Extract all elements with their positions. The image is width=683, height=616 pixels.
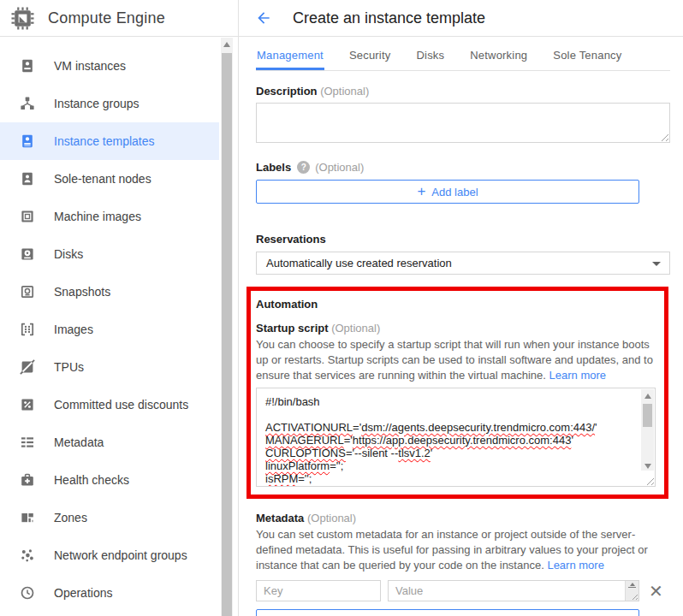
sidebar-item-network-endpoint-groups[interactable]: Network endpoint groups: [0, 536, 219, 574]
committed-use-discounts-icon: [20, 397, 35, 412]
script-scrollbar[interactable]: [641, 389, 654, 471]
add-item-button[interactable]: + Add item: [256, 609, 639, 616]
description-field-wrap: [256, 103, 670, 143]
startup-script-label-text: Startup script: [256, 322, 329, 335]
sidebar-item-disks[interactable]: Disks: [0, 235, 219, 273]
description-label: Description (Optional): [256, 85, 670, 98]
script-line: CURLOPTIONS='--silent --tlsv1.2': [265, 447, 638, 459]
metadata-key-input[interactable]: [256, 580, 381, 601]
sidebar-item-label: VM instances: [54, 59, 126, 73]
plus-icon: +: [417, 184, 425, 198]
automation-section-title: Automation: [256, 298, 659, 311]
machine-images-icon: [20, 209, 35, 224]
metadata-learn-more-link[interactable]: Learn more: [547, 559, 603, 572]
sidebar-item-label: TPUs: [54, 360, 84, 374]
add-label-button[interactable]: + Add label: [256, 180, 639, 204]
labels-row: Labels ? (Optional): [256, 161, 670, 174]
sidebar-item-label: Zones: [54, 511, 87, 524]
tab-management[interactable]: Management: [256, 37, 324, 70]
startup-script-textarea[interactable]: #!/bin/bash ACTIVATIONURL='dsm://agents.…: [256, 388, 656, 487]
sole-tenant-nodes-icon: [20, 171, 35, 187]
sidebar-item-label: Images: [54, 323, 93, 336]
sidebar-header: Compute Engine: [0, 0, 238, 37]
compute-engine-window: Compute Engine VM instancesInstance grou…: [0, 0, 683, 616]
sidebar: Compute Engine VM instancesInstance grou…: [0, 0, 238, 616]
reservations-dropdown[interactable]: Automatically use created reservation: [256, 252, 670, 275]
automation-section-highlight: Automation Startup script (Optional) You…: [246, 287, 668, 499]
labels-label: Labels: [256, 161, 291, 174]
sidebar-item-operations[interactable]: Operations: [0, 574, 219, 612]
sidebar-item-vm-instances[interactable]: VM instances: [0, 47, 219, 85]
sidebar-item-health-checks[interactable]: Health checks: [0, 461, 219, 499]
tab-security[interactable]: Security: [348, 37, 392, 70]
tpus-icon: [20, 359, 35, 375]
dropdown-caret-icon: [652, 262, 661, 266]
metadata-kv-row: ✕: [256, 580, 670, 601]
startup-script-label: Startup script (Optional): [256, 322, 659, 335]
snapshots-icon: [20, 284, 35, 299]
startup-script-optional-text: (Optional): [331, 322, 380, 335]
sidebar-item-instance-templates[interactable]: Instance templates: [0, 122, 219, 160]
health-checks-icon: [20, 472, 35, 488]
sidebar-item-label: Committed use discounts: [54, 398, 188, 412]
description-label-text: Description: [256, 85, 318, 98]
startup-learn-more-link[interactable]: Learn more: [549, 369, 606, 382]
labels-optional-text: (Optional): [315, 161, 364, 174]
script-line: isRPM='';: [265, 472, 638, 485]
help-icon[interactable]: ?: [297, 161, 310, 174]
back-arrow-icon[interactable]: [253, 8, 274, 28]
operations-icon: [20, 585, 35, 601]
tab-disks[interactable]: Disks: [415, 37, 445, 70]
sidebar-item-committed-use-discounts[interactable]: Committed use discounts: [0, 386, 219, 424]
sidebar-scrollbar-thumb[interactable]: [222, 53, 232, 616]
sidebar-item-label: Health checks: [54, 473, 129, 487]
script-line: [265, 408, 638, 421]
network-endpoint-groups-icon: [20, 548, 35, 563]
form-content: ManagementSecurityDisksNetworkingSole Te…: [239, 37, 683, 616]
sidebar-item-label: Operations: [54, 586, 112, 600]
remove-row-icon[interactable]: ✕: [649, 583, 663, 600]
vm-instances-icon: [20, 58, 35, 74]
instance-templates-icon: [20, 133, 35, 149]
page-title: Create an instance template: [293, 9, 485, 27]
script-scrollbar-down-icon[interactable]: [641, 464, 654, 469]
sidebar-item-instance-groups[interactable]: Instance groups: [0, 85, 219, 122]
sidebar-items: VM instancesInstance groupsInstance temp…: [0, 37, 238, 612]
plus-icon: +: [419, 613, 427, 616]
value-resize-widget[interactable]: [625, 581, 638, 601]
sidebar-item-zones[interactable]: Zones: [0, 499, 219, 536]
sidebar-item-label: Network endpoint groups: [54, 548, 187, 562]
metadata-label: Metadata (Optional): [256, 512, 670, 524]
main-panel: Create an instance template ManagementSe…: [238, 0, 683, 616]
metadata-value-field: [388, 580, 639, 601]
add-label-button-text: Add label: [431, 186, 478, 198]
disks-icon: [20, 246, 35, 262]
sidebar-item-label: Metadata: [54, 435, 104, 449]
sidebar-scrollbar[interactable]: [221, 38, 233, 616]
stepper-icon: [626, 583, 638, 588]
tab-bar: ManagementSecurityDisksNetworkingSole Te…: [256, 37, 670, 71]
sidebar-item-label: Snapshots: [54, 285, 110, 299]
metadata-optional-text: (Optional): [307, 512, 356, 524]
sidebar-item-images[interactable]: Images: [0, 311, 219, 348]
sidebar-item-label: Instance templates: [54, 134, 155, 148]
metadata-icon: [20, 435, 35, 450]
reservations-selected-option: Automatically use created reservation: [266, 257, 452, 270]
sidebar-item-label: Instance groups: [54, 97, 140, 110]
metadata-label-text: Metadata: [256, 512, 304, 524]
sidebar-item-tpus[interactable]: TPUs: [0, 348, 219, 386]
sidebar-item-metadata[interactable]: Metadata: [0, 424, 219, 461]
sidebar-item-snapshots[interactable]: Snapshots: [0, 273, 219, 311]
tab-networking[interactable]: Networking: [469, 37, 528, 70]
script-line: MANAGERURL='https://app.deepsecurity.tre…: [265, 434, 638, 447]
metadata-value-input[interactable]: [389, 581, 625, 601]
script-scrollbar-up-icon[interactable]: [641, 389, 654, 403]
description-input[interactable]: [257, 104, 669, 142]
script-scrollbar-thumb[interactable]: [643, 404, 652, 427]
sidebar-item-machine-images[interactable]: Machine images: [0, 198, 219, 235]
sidebar-item-label: Sole-tenant nodes: [54, 172, 151, 186]
script-line: #!/bin/bash: [265, 395, 638, 408]
sidebar-item-sole-tenant-nodes[interactable]: Sole-tenant nodes: [0, 160, 219, 198]
scrollbar-up-arrow-icon[interactable]: [221, 38, 233, 51]
tab-sole-tenancy[interactable]: Sole Tenancy: [552, 37, 622, 70]
